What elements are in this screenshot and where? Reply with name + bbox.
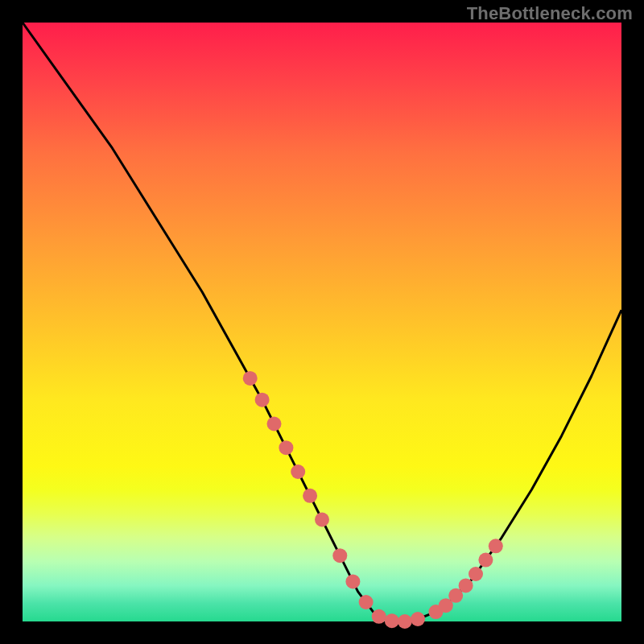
highlight-dot: [459, 578, 473, 592]
chart-svg: [23, 23, 621, 621]
chart-frame: TheBottleneck.com: [0, 0, 644, 644]
highlight-dot: [411, 612, 425, 626]
highlight-dot: [478, 553, 493, 568]
highlight-dot: [359, 595, 374, 609]
highlight-dot: [345, 574, 360, 588]
bottleneck-curve-path: [23, 23, 621, 621]
highlight-dot: [469, 567, 483, 581]
highlight-dot: [303, 489, 317, 503]
highlight-dot: [489, 539, 503, 553]
highlight-dot: [315, 513, 329, 527]
highlight-dot: [291, 464, 305, 479]
highlight-dot: [385, 613, 399, 628]
highlight-dot: [243, 371, 258, 386]
curve-group: [23, 23, 621, 621]
highlight-dot: [372, 609, 386, 624]
highlight-dot: [267, 417, 282, 431]
highlight-dot: [398, 614, 412, 629]
watermark-text: TheBottleneck.com: [467, 3, 633, 24]
highlight-dot: [255, 393, 270, 407]
highlight-dot: [332, 548, 347, 563]
dots-group: [243, 371, 503, 629]
plot-area: [23, 23, 621, 621]
highlight-dot: [279, 440, 293, 455]
